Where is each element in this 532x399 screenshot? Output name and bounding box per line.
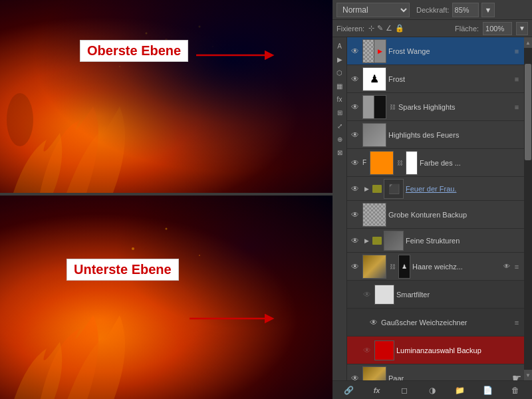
layers-panel: Normal Deckkraft: ▼ Fixieren: ⊹ ✎ ∠ 🔒 Fl… <box>332 0 532 399</box>
svg-point-15 <box>199 255 200 256</box>
layer-options-frost[interactable]: ≡ <box>512 75 521 83</box>
layer-name-luminanz: Luminanzauswahl Backup <box>396 346 521 354</box>
tool-icon-1[interactable]: A <box>334 40 346 52</box>
layer-options-haare[interactable]: ≡ <box>512 263 521 271</box>
tool-icon-4[interactable]: ▦ <box>334 80 346 92</box>
layer-name-highlights: Highlights des Feuers <box>388 131 521 139</box>
link-layers-btn[interactable]: 🔗 <box>342 383 356 398</box>
eye-farbe[interactable]: 👁 <box>350 158 360 168</box>
layer-name-paar: Paar <box>388 374 510 381</box>
fix-brush-icon[interactable]: ✎ <box>377 24 383 33</box>
layer-name-farbe: Farbe des ... <box>420 159 521 167</box>
canvas-area: Oberste Ebene <box>0 0 332 399</box>
layer-options-gausscher[interactable]: ≡ <box>512 319 521 327</box>
new-layer-btn[interactable]: 📄 <box>480 383 495 398</box>
tool-icon-6[interactable]: ⊞ <box>334 106 346 118</box>
layer-row-haare[interactable]: 👁 ⛓ ♟ Haare weichz... 👁 ≡ <box>347 253 524 281</box>
eye-feine[interactable]: 👁 <box>350 235 360 246</box>
scroll-down-btn[interactable]: ▼ <box>524 370 532 380</box>
farbe-f-icon: F <box>362 159 366 166</box>
eye-paar[interactable]: 👁 <box>350 373 360 381</box>
eye-haare[interactable]: 👁 <box>350 261 360 272</box>
layer-row-highlights[interactable]: 👁 Highlights des Feuers <box>347 121 524 149</box>
canvas-bottom: Unterste Ebene <box>0 196 332 399</box>
layer-row-sparks[interactable]: 👁 ⛓ Sparks Highlights ≡ <box>347 93 524 121</box>
eye-feuer[interactable]: 👁 <box>350 184 360 194</box>
folder-feine <box>372 237 382 245</box>
tool-icon-5[interactable]: fx <box>334 93 346 105</box>
eye-gausscher[interactable]: 👁 <box>368 317 379 328</box>
delete-layer-btn[interactable]: 🗑 <box>508 383 523 398</box>
fix-angle-icon[interactable]: ∠ <box>386 24 392 33</box>
tool-strip: A ▶ ⬡ ▦ fx ⊞ ⤢ ⊕ ⊠ <box>332 37 347 380</box>
folder-feuer <box>372 185 382 193</box>
fix-position-icon[interactable]: ⊹ <box>368 24 374 33</box>
tool-icon-2[interactable]: ▶ <box>334 53 346 65</box>
layer-fx-btn[interactable]: fx <box>370 383 384 398</box>
chain-haare: ⛓ <box>388 263 396 271</box>
svg-point-8 <box>7 93 33 146</box>
layer-row-smartfilter[interactable]: 👁 Smartfilter <box>347 281 524 309</box>
canvas-divider <box>0 193 332 196</box>
eye-frost[interactable]: 👁 <box>350 74 360 84</box>
svg-point-14 <box>166 228 168 230</box>
thumb-grobe <box>362 203 386 227</box>
layer-row-gausscher[interactable]: 👁 Gaußscher Weichzeichner ≡ <box>347 309 524 336</box>
thumb-sparks <box>362 95 386 119</box>
layer-options-sparks[interactable]: ≡ <box>512 103 521 111</box>
layer-row-feine[interactable]: 👁 ▶ Feine Strukturen <box>347 229 524 253</box>
oberste-label-container: Oberste Ebene <box>80 40 188 62</box>
eye-grobe[interactable]: 👁 <box>350 209 360 220</box>
flaeche-input[interactable] <box>483 22 512 35</box>
fix-label: Fixieren: <box>336 25 364 33</box>
layer-row-feuer[interactable]: 👁 ▶ ⬛ Feuer der Frau. <box>347 177 524 201</box>
layer-name-grobe: Grobe Konturen Backup <box>388 211 521 219</box>
layer-row-paar[interactable]: 👁 Paar ☛ <box>347 364 524 380</box>
eye-highlights[interactable]: 👁 <box>350 130 360 140</box>
eye-smartfilter[interactable]: 👁 <box>362 289 372 300</box>
layers-list[interactable]: 👁 ▶ Frost Wange ≡ 👁 ♟ <box>347 37 524 380</box>
thumb-highlights <box>362 123 386 147</box>
blend-mode-select[interactable]: Normal <box>336 3 410 17</box>
layer-name-frost: Frost <box>388 75 510 83</box>
adjustment-btn[interactable]: ◑ <box>425 383 440 398</box>
tool-icon-9[interactable]: ⊠ <box>334 146 346 158</box>
thumb-haare-mask: ♟ <box>398 255 410 279</box>
tool-icon-3[interactable]: ⬡ <box>334 66 346 78</box>
layer-row-frost[interactable]: 👁 ♟ Frost ≡ <box>347 65 524 93</box>
panel-body: A ▶ ⬡ ▦ fx ⊞ ⤢ ⊕ ⊠ 👁 ▶ <box>332 37 532 380</box>
eye-sparks[interactable]: 👁 <box>350 102 360 112</box>
group-btn[interactable]: 📁 <box>453 383 467 398</box>
oberste-arrow <box>196 45 276 65</box>
chain-farbe: ⛓ <box>396 159 404 167</box>
tool-icon-8[interactable]: ⊕ <box>334 133 346 145</box>
eye-frost-wange[interactable]: 👁 <box>350 46 360 57</box>
opacity-dropdown-btn[interactable]: ▼ <box>481 3 495 17</box>
opacity-input[interactable] <box>452 3 479 17</box>
unterste-label: Unterste Ebene <box>66 259 179 281</box>
expand-feuer[interactable]: ▶ <box>362 185 370 193</box>
thumb-feine <box>384 231 404 251</box>
thumb-farbe-mask <box>406 151 418 175</box>
oberste-label: Oberste Ebene <box>80 40 188 62</box>
canvas-top: Oberste Ebene <box>0 0 332 193</box>
layer-row-luminanz[interactable]: 👁 Luminanzauswahl Backup <box>347 336 524 364</box>
layer-row-grobe[interactable]: 👁 Grobe Konturen Backup <box>347 201 524 229</box>
layer-options-frost-wange[interactable]: ≡ <box>512 47 521 55</box>
thumb-feuer: ⬛ <box>384 179 404 199</box>
opacity-label: Deckkraft: <box>416 6 450 14</box>
layer-row-frost-wange[interactable]: 👁 ▶ Frost Wange ≡ <box>347 37 524 65</box>
layer-name-haare: Haare weichz... <box>412 263 501 271</box>
scroll-up-btn[interactable]: ▲ <box>524 37 532 48</box>
add-mask-btn[interactable]: ◻ <box>397 383 412 398</box>
cursor-icon-paar: ☛ <box>512 372 521 380</box>
fix-bar: Fixieren: ⊹ ✎ ∠ 🔒 Fläche: ▼ <box>332 20 532 37</box>
layers-scrollbar[interactable]: ▲ ▼ <box>524 37 532 380</box>
expand-feine[interactable]: ▶ <box>362 237 370 245</box>
tool-icon-7[interactable]: ⤢ <box>334 120 346 132</box>
eye-luminanz[interactable]: 👁 <box>362 345 372 356</box>
layer-row-farbe[interactable]: 👁 F ⛓ Farbe des ... <box>347 149 524 177</box>
fix-lock-icon[interactable]: 🔒 <box>395 24 404 33</box>
layer-name-gausscher: Gaußscher Weichzeichner <box>381 319 510 327</box>
flaeche-dropdown-btn[interactable]: ▼ <box>516 22 528 35</box>
